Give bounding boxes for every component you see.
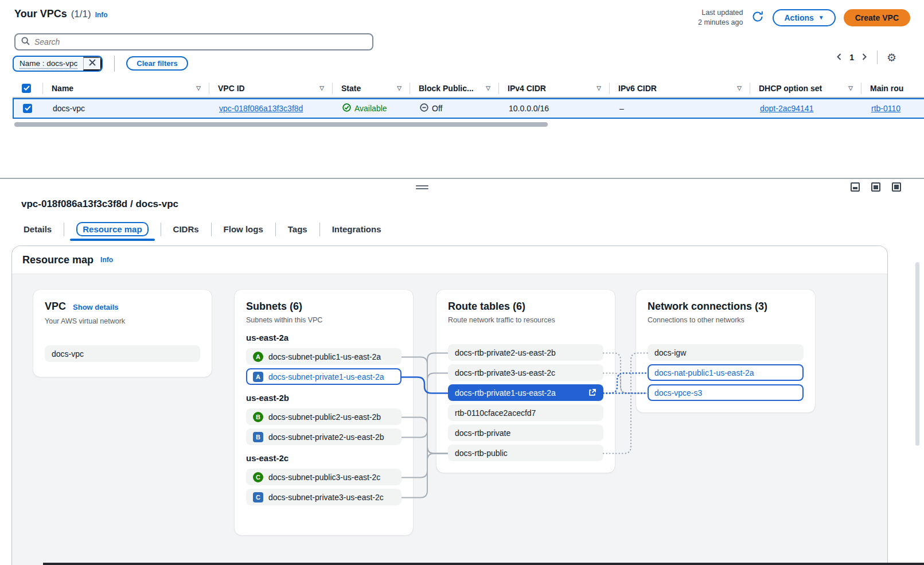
last-updated: Last updated 2 minutes ago [698,8,743,28]
route-table-item[interactable]: docs-rtb-private [448,424,603,441]
column-header-main-route[interactable]: Main rou [861,80,924,97]
cell-block-public: Off [411,99,500,118]
tab-cidrs[interactable]: CIDRs [171,224,201,241]
route-table-item[interactable]: docs-rtb-private2-us-east-2b [448,344,603,361]
status-available-icon [342,103,351,114]
subnet-item[interactable]: B docs-subnet-private2-us-east-2b [246,428,401,445]
column-header-ipv4-cidr[interactable]: IPv4 CIDR▽ [498,80,609,97]
select-all-checkbox-cell[interactable] [13,80,42,97]
previous-page-button[interactable] [836,53,843,63]
az-badge: B [253,432,263,442]
row-checkbox[interactable] [23,104,32,113]
list-header: Your VPCs (1/1) Info Last updated 2 minu… [0,0,924,28]
panel-position-side-icon[interactable] [871,182,880,192]
az-heading: us-east-2a [246,333,401,342]
subnet-item[interactable]: A docs-subnet-public1-us-east-2a [246,348,401,365]
tab-tags[interactable]: Tags [286,224,310,241]
cell-state: Available [333,99,411,118]
vpc-card-subtitle: Your AWS virtual network [45,317,200,326]
cell-name: docs-vpc [44,99,210,118]
clear-filters-button[interactable]: Clear filters [126,56,188,71]
pagination: 1 ⚙ [836,50,896,64]
table-header-row: Name▽ VPC ID▽ State▽ Block Public...▽ IP… [13,80,924,98]
select-all-checkbox[interactable] [22,84,31,93]
column-header-state[interactable]: State▽ [332,80,410,97]
route-tables-card-subtitle: Route network traffic to resources [448,316,603,325]
pagination-divider [877,50,878,64]
route-table-item[interactable]: docs-rtb-public [448,445,603,461]
block-off-icon [420,103,428,114]
create-vpc-button[interactable]: Create VPC [844,9,910,26]
vpc-list-section: Your VPCs (1/1) Info Last updated 2 minu… [0,0,924,178]
az-badge: B [253,412,263,422]
row-checkbox-cell[interactable] [14,99,44,118]
az-badge: A [253,352,263,362]
resource-map-info-link[interactable]: Info [100,256,113,264]
vpc-item[interactable]: docs-vpc [45,345,200,362]
toolbar-divider [114,56,115,72]
search-input[interactable] [34,37,367,46]
column-header-name[interactable]: Name▽ [42,80,209,97]
resource-map-card: Resource map Info VPC Show details Your … [11,246,888,565]
tab-bar: Details Resource map CIDRs Flow logs Tag… [21,223,924,241]
network-item-linked[interactable]: docs-nat-public1-us-east-2a [648,364,804,381]
filter-token[interactable]: Name : docs-vpc [13,56,103,72]
network-item-linked[interactable]: docs-vpce-s3 [648,384,804,401]
external-link-icon[interactable] [588,388,596,397]
network-item[interactable]: docs-igw [648,344,804,361]
drag-handle-icon[interactable] [416,184,428,191]
az-badge: C [253,472,263,482]
info-link[interactable]: Info [95,11,108,19]
column-header-dhcp[interactable]: DHCP option set▽ [750,80,861,97]
panel-controls [851,182,901,192]
current-page[interactable]: 1 [846,53,857,62]
dhcp-option-set-link[interactable]: dopt-2ac94141 [760,104,813,113]
tab-details[interactable]: Details [21,224,54,241]
route-table-item-selected[interactable]: docs-rtb-private1-us-east-2a [448,384,603,401]
az-badge: A [253,372,263,382]
sort-icon: ▽ [486,85,490,91]
route-table-item[interactable]: rtb-0110cface2acecfd7 [448,404,603,421]
main-route-table-link[interactable]: rtb-0110 [871,104,900,113]
remove-filter-button[interactable] [83,57,102,71]
refresh-button[interactable] [751,10,765,25]
table-row[interactable]: docs-vpc vpc-018f086a13f3c3f8d Available… [13,98,924,119]
sort-icon: ▽ [848,85,853,91]
sort-icon: ▽ [737,85,742,91]
show-details-link[interactable]: Show details [73,301,118,314]
column-header-block-public[interactable]: Block Public...▽ [410,80,498,97]
column-header-ipv6-cidr[interactable]: IPv6 CIDR▽ [609,80,750,97]
cell-ipv4-cidr: 10.0.0.0/16 [500,99,610,118]
subnet-item-selected[interactable]: A docs-subnet-private1-us-east-2a [246,368,401,385]
route-table-item[interactable]: docs-rtb-private3-us-east-2c [448,364,603,381]
tab-flow-logs[interactable]: Flow logs [221,224,266,241]
vpc-card-title: VPC [45,300,66,313]
column-header-vpc-id[interactable]: VPC ID▽ [209,80,332,97]
vpc-id-link[interactable]: vpc-018f086a13f3c3f8d [219,104,303,113]
vpc-column-card: VPC Show details Your AWS virtual networ… [33,290,212,377]
network-connections-column-card: Network connections (3) Connections to o… [636,290,815,412]
panel-vertical-scrollbar[interactable] [915,262,919,446]
resource-map-title: Resource map [22,254,93,266]
chevron-left-icon [836,53,843,63]
panel-fullscreen-icon[interactable] [892,182,901,192]
tab-integrations[interactable]: Integrations [330,224,384,241]
subnet-item[interactable]: C docs-subnet-public3-us-east-2c [246,469,401,485]
filter-token-label[interactable]: Name : docs-vpc [14,59,83,68]
chevron-right-icon [861,53,868,63]
search-box [14,33,373,50]
subnets-card-title: Subnets (6) [246,300,302,313]
search-icon [21,37,30,47]
page-title: Your VPCs [14,8,67,20]
preferences-button[interactable]: ⚙ [887,52,896,63]
subnet-item[interactable]: B docs-subnet-public2-us-east-2b [246,408,401,425]
next-page-button[interactable] [861,53,868,63]
subnet-item[interactable]: C docs-subnet-private3-us-east-2c [246,489,401,505]
scrollbar-thumb[interactable] [14,122,548,127]
network-card-title: Network connections (3) [648,300,767,313]
actions-button[interactable]: Actions ▼ [773,9,835,26]
panel-title: vpc-018f086a13f3c3f8d / docs-vpc [0,179,924,210]
caret-down-icon: ▼ [818,14,824,21]
panel-position-bottom-icon[interactable] [851,182,860,192]
tab-resource-map[interactable]: Resource map [74,224,150,241]
